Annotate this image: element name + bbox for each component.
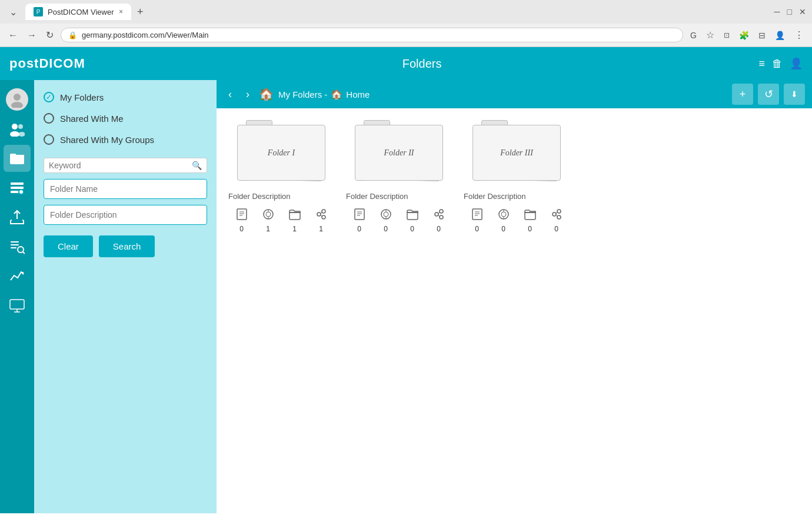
keyword-search-box[interactable]: 🔍 bbox=[44, 158, 207, 173]
address-bar[interactable]: 🔒 germany.postdicom.com/Viewer/Main bbox=[61, 28, 683, 42]
download-button[interactable]: ⬇ bbox=[784, 84, 805, 105]
stat-icon-3-2 bbox=[524, 208, 537, 224]
folder-visual-1: Folder I bbox=[234, 120, 328, 185]
user-menu-button[interactable]: 👤 bbox=[790, 57, 803, 70]
svg-point-31 bbox=[322, 215, 325, 219]
folder-name-input[interactable] bbox=[44, 179, 207, 199]
screenshot-button[interactable]: ⊡ bbox=[721, 29, 732, 42]
folder-stats-1: 0 1 1 bbox=[228, 208, 334, 233]
lock-icon: 🔒 bbox=[68, 31, 77, 39]
svg-rect-13 bbox=[11, 244, 19, 245]
stat-icon-1-2 bbox=[288, 208, 301, 224]
svg-point-30 bbox=[322, 210, 325, 213]
minimize-button[interactable]: ─ bbox=[774, 7, 780, 16]
header-actions: ≡ 🗑 👤 bbox=[758, 57, 803, 70]
content-area: Folder I Folder Description 0 bbox=[217, 108, 812, 513]
action-buttons: Clear Search bbox=[44, 235, 207, 257]
stat-icon-1-0 bbox=[235, 208, 248, 224]
url-display: germany.postdicom.com/Viewer/Main bbox=[82, 31, 675, 39]
sidebar-icon-upload[interactable] bbox=[4, 204, 31, 231]
keyword-input[interactable] bbox=[49, 161, 192, 170]
new-tab-button[interactable]: + bbox=[134, 5, 147, 19]
sidebar-icon-folder[interactable] bbox=[4, 145, 31, 172]
nav-item-my-folders[interactable]: ✓ My Folders bbox=[44, 89, 207, 105]
folder-card-1[interactable]: Folder I Folder Description 0 bbox=[228, 120, 334, 233]
svg-point-2 bbox=[12, 124, 18, 130]
folder-main-2: Folder II bbox=[355, 125, 443, 181]
breadcrumb-home-label: Home bbox=[346, 89, 370, 99]
stat-num-2-0: 0 bbox=[357, 225, 361, 233]
reload-nav-button[interactable]: ↻ bbox=[44, 27, 56, 43]
nav-item-shared-with-me[interactable]: Shared With Me bbox=[44, 111, 207, 126]
tab-favicon: P bbox=[34, 7, 43, 16]
svg-point-26 bbox=[266, 212, 271, 217]
avatar-icon bbox=[6, 88, 28, 111]
stat-icon-3-0 bbox=[471, 208, 484, 224]
my-folders-label: My Folders bbox=[60, 92, 104, 102]
folder-description-input[interactable] bbox=[44, 205, 207, 225]
sidebar-toggle-button[interactable]: ⊟ bbox=[756, 28, 768, 42]
maximize-button[interactable]: □ bbox=[787, 7, 792, 16]
stat-num-2-3: 0 bbox=[437, 225, 441, 233]
profile-button[interactable]: 👤 bbox=[773, 28, 787, 42]
svg-line-58 bbox=[556, 212, 557, 214]
svg-line-46 bbox=[438, 215, 440, 217]
app-logo: postDICOM bbox=[9, 56, 85, 71]
refresh-button[interactable]: ↺ bbox=[758, 84, 779, 105]
bookmark-button[interactable]: ☆ bbox=[704, 27, 717, 43]
sidebar-icon-search-list[interactable] bbox=[4, 233, 31, 260]
folder-card-2[interactable]: Folder II Folder Description 0 bbox=[346, 120, 452, 233]
forward-nav-button[interactable]: → bbox=[25, 28, 39, 43]
breadcrumb: My Folders - 🏠 Home bbox=[278, 89, 727, 100]
svg-rect-12 bbox=[11, 241, 19, 243]
folder-stats-3: 0 0 0 bbox=[464, 208, 570, 233]
svg-point-29 bbox=[317, 212, 321, 216]
folder-description-1: Folder Description bbox=[228, 190, 334, 203]
svg-point-1 bbox=[11, 102, 23, 108]
clear-button[interactable]: Clear bbox=[44, 235, 93, 257]
folder-stat-3-3: 0 bbox=[550, 208, 563, 233]
folder-visual-2: Folder II bbox=[352, 120, 446, 185]
stat-icon-2-2 bbox=[406, 208, 419, 224]
sidebar-icon-avatar[interactable] bbox=[4, 86, 31, 113]
active-tab[interactable]: P PostDICOM Viewer × bbox=[25, 4, 131, 20]
extensions-button[interactable]: 🧩 bbox=[737, 28, 751, 42]
translate-button[interactable]: G bbox=[688, 28, 699, 42]
svg-rect-14 bbox=[11, 247, 16, 248]
stat-icon-3-1 bbox=[497, 208, 510, 224]
svg-point-42 bbox=[435, 212, 438, 216]
back-nav-button[interactable]: ← bbox=[6, 28, 20, 43]
tab-close-button[interactable]: × bbox=[119, 8, 123, 16]
sidebar-icon-monitor[interactable] bbox=[4, 292, 31, 319]
sidebar-icon-chart[interactable] bbox=[4, 263, 31, 290]
sidebar-icon-users[interactable] bbox=[4, 115, 31, 142]
folder-stat-3-1: 0 bbox=[497, 208, 510, 233]
svg-point-4 bbox=[18, 124, 23, 129]
browser-actions: G ☆ ⊡ 🧩 ⊟ 👤 ⋮ bbox=[688, 27, 806, 43]
my-folders-check: ✓ bbox=[44, 92, 54, 102]
sidebar-icon-layers[interactable] bbox=[4, 174, 31, 201]
search-button[interactable]: Search bbox=[99, 235, 155, 257]
app-title: Folders bbox=[85, 57, 759, 71]
content-forward-button[interactable]: › bbox=[241, 86, 254, 103]
add-folder-button[interactable]: + bbox=[732, 84, 753, 105]
stat-num-3-0: 0 bbox=[475, 225, 479, 233]
content-back-button[interactable]: ‹ bbox=[224, 86, 237, 103]
folder-card-3[interactable]: Folder III Folder Description 0 bbox=[464, 120, 570, 233]
trash-button[interactable]: 🗑 bbox=[772, 57, 783, 70]
stat-icon-1-3 bbox=[315, 208, 328, 224]
left-panel: ✓ My Folders Shared With Me Shared With … bbox=[34, 80, 217, 513]
menu-button[interactable]: ⋮ bbox=[792, 27, 806, 43]
nav-item-shared-with-groups[interactable]: Shared With My Groups bbox=[44, 132, 207, 147]
home-folder-icon: 🏠 bbox=[259, 87, 274, 101]
content-toolbar: ‹ › 🏠 My Folders - 🏠 Home + ↺ ⬇ bbox=[217, 80, 812, 108]
window-close-button[interactable]: ✕ bbox=[799, 7, 806, 16]
svg-point-56 bbox=[557, 210, 561, 213]
sort-button[interactable]: ≡ bbox=[758, 57, 765, 70]
folder-stat-1-2: 1 bbox=[288, 208, 301, 233]
tab-back-button[interactable]: ⌄ bbox=[6, 5, 21, 19]
folder-stat-2-3: 0 bbox=[432, 208, 445, 233]
folder-stat-2-1: 0 bbox=[380, 208, 392, 233]
folder-stat-2-0: 0 bbox=[353, 208, 366, 233]
folder-stat-2-2: 0 bbox=[406, 208, 419, 233]
